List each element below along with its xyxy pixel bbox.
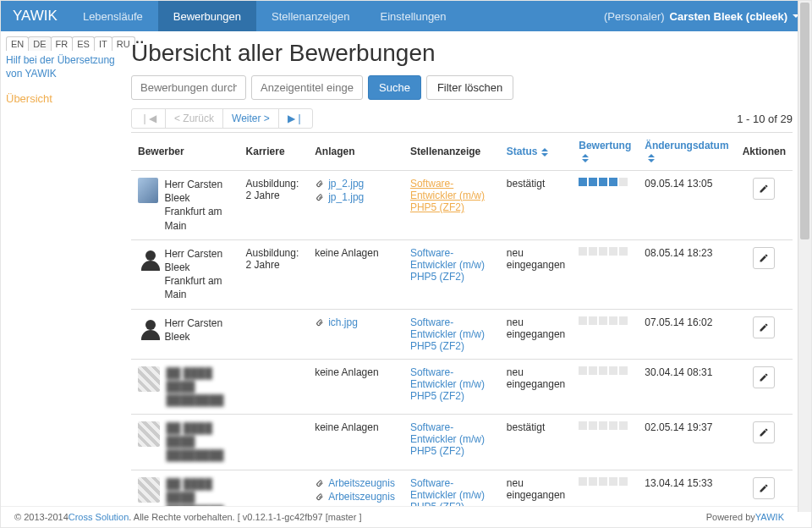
job-link[interactable]: Software-Entwickler (m/w) PHP5 (ZF2) (410, 316, 485, 352)
pager-first[interactable]: ❘◀ (131, 108, 166, 129)
nav-stellenanzeigen[interactable]: Stellenanzeigen (256, 1, 365, 31)
nav: LebensläufeBewerbungenStellenanzeigenEin… (68, 1, 462, 31)
toolbar: Suche Filter löschen (131, 75, 793, 100)
lang-it[interactable]: IT (94, 36, 112, 51)
brand[interactable]: YAWIK (13, 1, 68, 31)
edit-button[interactable] (753, 178, 775, 200)
nav-lebensläufe[interactable]: Lebensläufe (68, 1, 158, 31)
search-input[interactable] (131, 75, 246, 100)
edit-button[interactable] (753, 247, 775, 269)
table-row: Herr Carsten Bleekich.jpgSoftware-Entwic… (131, 309, 793, 359)
lang-fr[interactable]: FR (51, 36, 74, 51)
table-row: Herr Carsten BleekFrankfurt am MainAusbi… (131, 171, 793, 240)
rating (579, 178, 631, 186)
edit-button[interactable] (753, 477, 775, 499)
help-translate-link[interactable]: Hilf bei der Übersetzung von YAWIK (6, 54, 123, 80)
result-count: 1 - 10 of 29 (737, 113, 793, 125)
attachment[interactable]: Arbeitszeugnis (315, 477, 397, 489)
col-attachments: Anlagen (308, 133, 403, 171)
edit-button[interactable] (753, 366, 775, 388)
pager-last[interactable]: ▶❘ (278, 108, 313, 129)
sort-icon (582, 154, 589, 162)
job-link[interactable]: Software-Entwickler (m/w) PHP5 (ZF2) (410, 421, 485, 457)
job-title-filter-input[interactable] (251, 75, 363, 100)
rating (579, 477, 631, 486)
clear-filter-button[interactable]: Filter löschen (426, 75, 513, 100)
edit-button[interactable] (753, 316, 775, 338)
sidebar: ENDEFRESITRU Hilf bei der Übersetzung vo… (1, 31, 126, 528)
col-career: Karriere (239, 133, 309, 171)
col-job: Stellenanzeige (403, 133, 500, 171)
page-title: Übersicht aller Bewerbungen (131, 40, 793, 67)
footer-product-link[interactable]: YAWIK (755, 512, 784, 522)
avatar (138, 178, 158, 203)
col-status[interactable]: Status (500, 133, 572, 171)
table-row: ██ ████ ████████████keine AnlagenSoftwar… (131, 359, 793, 415)
avatar (138, 316, 158, 342)
avatar (138, 477, 160, 503)
job-link[interactable]: Software-Entwickler (m/w) PHP5 (ZF2) (410, 178, 485, 213)
lang-en[interactable]: EN (6, 36, 29, 51)
job-link[interactable]: Software-Entwickler (m/w) PHP5 (ZF2) (410, 247, 485, 283)
table-row: ██ ████ ████████████keine AnlagenSoftwar… (131, 415, 793, 470)
lang-es[interactable]: ES (72, 36, 95, 51)
nav-einstellungen[interactable]: Einstellungen (365, 1, 462, 31)
rating (579, 421, 631, 430)
applications-table: Bewerber Karriere Anlagen Stellenanzeige… (131, 132, 793, 528)
col-actions: Aktionen (736, 133, 793, 171)
lang-de[interactable]: DE (28, 36, 51, 51)
attachment[interactable]: Arbeitszeugnis (315, 491, 397, 503)
col-applicant: Bewerber (131, 133, 239, 171)
rating (579, 316, 631, 325)
edit-button[interactable] (753, 421, 775, 443)
language-tabs: ENDEFRESITRU (6, 36, 123, 51)
avatar (138, 421, 160, 447)
col-rating[interactable]: Bewertung (572, 133, 638, 171)
pager: ❘◀ < Zurück Weiter > ▶❘ (131, 108, 312, 129)
avatar (138, 247, 158, 272)
search-button[interactable]: Suche (368, 75, 421, 100)
rating (579, 366, 631, 375)
attachment[interactable]: jp_2.jpg (315, 178, 397, 190)
table-row: Herr Carsten BleekFrankfurt am MainAusbi… (131, 239, 793, 309)
col-date[interactable]: Änderungsdatum (638, 133, 735, 171)
job-link[interactable]: Software-Entwickler (m/w) PHP5 (ZF2) (410, 366, 485, 402)
sidebar-overview-link[interactable]: Übersicht (6, 89, 123, 108)
scrollbar-thumb[interactable] (800, 3, 809, 239)
footer: © 2013-2014 Cross Solution . Alle Rechte… (1, 506, 798, 527)
avatar (138, 366, 160, 392)
pager-prev[interactable]: < Zurück (165, 108, 223, 129)
navbar: YAWIK LebensläufeBewerbungenStellenanzei… (1, 1, 811, 31)
sort-icon (541, 148, 548, 157)
rating (579, 247, 631, 256)
sort-icon (648, 154, 655, 162)
pager-next[interactable]: Weiter > (222, 108, 279, 129)
user-menu[interactable]: (Personaler) Carsten Bleek (cbleek) (604, 1, 799, 31)
attachment[interactable]: jp_1.jpg (315, 191, 397, 203)
footer-company-link[interactable]: Cross Solution (69, 512, 129, 522)
nav-bewerbungen[interactable]: Bewerbungen (158, 1, 256, 31)
scrollbar[interactable] (798, 1, 811, 512)
attachment[interactable]: ich.jpg (315, 316, 397, 328)
